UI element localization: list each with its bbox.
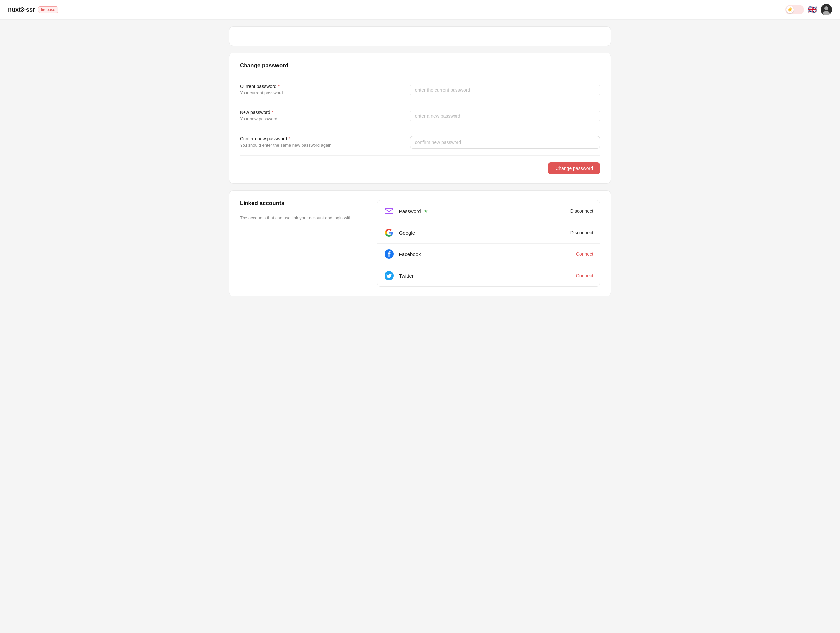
required-star-3: *: [288, 136, 290, 141]
flag-icon[interactable]: 🇬🇧: [808, 5, 817, 14]
change-password-card: Change password Current password * Your …: [229, 53, 611, 184]
new-password-input-group: [410, 110, 600, 122]
top-card-strip: [229, 26, 611, 46]
account-name-twitter: Twitter: [399, 273, 571, 279]
account-row-twitter: Twitter Connect: [377, 265, 600, 286]
firebase-badge: firebase: [38, 6, 58, 13]
confirm-password-row: Confirm new password * You should enter …: [240, 129, 600, 156]
current-password-label: Current password *: [240, 84, 402, 89]
account-row-google: Google Disconnect: [377, 222, 600, 243]
required-star-2: *: [272, 110, 273, 115]
mail-icon: [384, 206, 395, 216]
new-password-hint: Your new password: [240, 117, 402, 122]
theme-toggle[interactable]: ☀️: [785, 5, 804, 14]
current-password-label-group: Current password * Your current password: [240, 84, 402, 95]
main-content: Change password Current password * Your …: [221, 20, 619, 309]
change-password-button[interactable]: Change password: [548, 162, 600, 174]
header-right: ☀️ 🇬🇧: [785, 4, 832, 15]
twitter-icon: [384, 270, 395, 281]
new-password-label-group: New password * Your new password: [240, 110, 402, 122]
change-password-title: Change password: [240, 62, 600, 69]
form-actions: Change password: [240, 162, 600, 174]
connect-button-twitter[interactable]: Connect: [576, 273, 593, 278]
linked-accounts-list: Password ★ Disconnect Google: [377, 200, 600, 287]
confirm-password-label-group: Confirm new password * You should enter …: [240, 136, 402, 148]
current-password-input-group: [410, 84, 600, 96]
connect-button-facebook[interactable]: Connect: [576, 251, 593, 257]
app-title: nuxt3-ssr: [8, 6, 35, 13]
new-password-label: New password *: [240, 110, 402, 115]
required-star: *: [278, 84, 279, 89]
app-header: nuxt3-ssr firebase ☀️ 🇬🇧: [0, 0, 840, 20]
confirm-password-input[interactable]: [410, 136, 600, 148]
linked-accounts-card: Linked accounts The accounts that can us…: [229, 190, 611, 296]
new-password-input[interactable]: [410, 110, 600, 122]
linked-accounts-title: Linked accounts: [240, 200, 369, 207]
header-left: nuxt3-ssr firebase: [8, 6, 58, 13]
confirm-password-hint: You should enter the same new password a…: [240, 143, 402, 148]
confirm-password-label: Confirm new password *: [240, 136, 402, 141]
svg-rect-3: [385, 208, 393, 214]
sun-icon: ☀️: [788, 7, 793, 12]
facebook-icon: [384, 249, 395, 259]
account-row-facebook: Facebook Connect: [377, 243, 600, 265]
current-password-row: Current password * Your current password: [240, 77, 600, 103]
confirm-password-input-group: [410, 136, 600, 148]
linked-accounts-description: The accounts that can use link your acco…: [240, 215, 369, 221]
theme-toggle-thumb: ☀️: [786, 6, 794, 13]
account-name-google: Google: [399, 230, 566, 235]
svg-point-1: [824, 6, 828, 10]
google-icon: [384, 227, 395, 238]
account-name-facebook: Facebook: [399, 251, 571, 257]
disconnect-button-google[interactable]: Disconnect: [570, 230, 593, 235]
new-password-row: New password * Your new password: [240, 103, 600, 129]
current-password-hint: Your current password: [240, 90, 402, 95]
account-row-password: Password ★ Disconnect: [377, 200, 600, 222]
account-name-password: Password ★: [399, 208, 566, 214]
starred-icon: ★: [424, 208, 428, 214]
linked-accounts-left: Linked accounts The accounts that can us…: [240, 200, 377, 221]
avatar[interactable]: [821, 4, 832, 15]
current-password-input[interactable]: [410, 84, 600, 96]
disconnect-button-password[interactable]: Disconnect: [570, 208, 593, 214]
